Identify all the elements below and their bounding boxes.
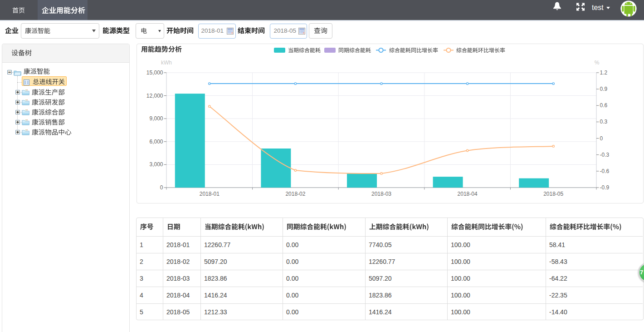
svg-text:kWh: kWh (161, 59, 172, 66)
svg-text:2018-05: 2018-05 (543, 191, 563, 197)
svg-text:-0.3: -0.3 (600, 152, 610, 158)
svg-text:2018-04: 2018-04 (458, 191, 478, 197)
svg-text:1.2: 1.2 (600, 69, 608, 76)
svg-text:-0.6: -0.6 (600, 168, 610, 174)
svg-text:12,000: 12,000 (146, 93, 163, 99)
svg-text:-0.9: -0.9 (600, 184, 610, 191)
svg-text:2018-03: 2018-03 (371, 191, 391, 197)
svg-text:15,000: 15,000 (146, 69, 163, 76)
svg-text:0.3: 0.3 (600, 119, 608, 125)
svg-text:3,000: 3,000 (149, 161, 163, 168)
svg-text:9,000: 9,000 (149, 115, 163, 122)
svg-text:%: % (595, 59, 600, 66)
svg-text:0: 0 (600, 135, 603, 142)
svg-text:0: 0 (160, 184, 163, 191)
svg-text:2018-02: 2018-02 (285, 191, 305, 197)
svg-text:2018-01: 2018-01 (200, 191, 220, 197)
svg-text:6,000: 6,000 (149, 139, 163, 145)
svg-text:0.9: 0.9 (600, 86, 608, 92)
svg-text:0.6: 0.6 (600, 102, 608, 109)
